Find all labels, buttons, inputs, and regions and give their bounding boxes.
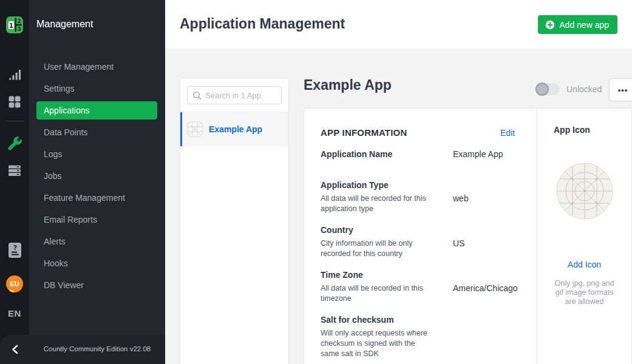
sidebar-item-label: Jobs bbox=[44, 171, 62, 181]
dashboards-grid-icon[interactable] bbox=[0, 95, 29, 109]
left-icon-rail: 1 2 3 bbox=[0, 0, 29, 364]
ellipsis-icon: ••• bbox=[618, 86, 628, 95]
app-search bbox=[187, 86, 282, 104]
user-avatar[interactable]: EU bbox=[6, 275, 23, 292]
app-detail-card: APP INFORMATION Edit Application Name Ex… bbox=[304, 108, 632, 364]
field-description: All data will be recorded in this timezo… bbox=[321, 283, 433, 304]
field-description: City information will be only recorded f… bbox=[321, 238, 433, 259]
management-sidebar: Management User Management Settings Appl… bbox=[29, 0, 165, 364]
countly-logo-icon[interactable]: 1 2 3 bbox=[6, 16, 23, 33]
field-label: Application Name bbox=[321, 149, 453, 160]
page-header: Application Management Add new app bbox=[165, 0, 632, 49]
sidebar-item-label: User Management bbox=[44, 62, 114, 72]
field-salt-for-checksum: Salt for checksum Will only accept reque… bbox=[321, 315, 515, 359]
field-label: Salt for checksum bbox=[321, 315, 453, 325]
sidebar-item-label: Alerts bbox=[44, 237, 66, 246]
field-value: web bbox=[453, 194, 469, 214]
app-detail-header: Example App Unlocked ••• bbox=[304, 76, 632, 103]
avatar-initials: EU bbox=[10, 280, 19, 288]
field-value: Example App bbox=[453, 149, 503, 160]
lock-state-label: Unlocked bbox=[566, 84, 602, 94]
data-manager-icon[interactable] bbox=[0, 164, 29, 177]
add-new-app-button[interactable]: Add new app bbox=[538, 15, 617, 34]
field-time-zone: Time Zone All data will be recorded in t… bbox=[321, 270, 515, 304]
version-label: Countly Community Edition v22.08 bbox=[29, 345, 165, 352]
svg-text:3: 3 bbox=[18, 26, 21, 32]
field-label: Country bbox=[321, 225, 453, 235]
svg-text:1: 1 bbox=[9, 22, 13, 29]
sidebar-item-applications[interactable]: Applications bbox=[36, 101, 157, 120]
rail-divider bbox=[5, 121, 24, 121]
app-detail-title: Example App bbox=[304, 77, 392, 93]
sidebar-item-hooks[interactable]: Hooks bbox=[36, 254, 157, 272]
field-label: Application Type bbox=[321, 180, 453, 190]
content-area: Example App Example App Unlocked ••• APP… bbox=[165, 49, 632, 364]
sidebar-item-label: DB Viewer bbox=[44, 280, 84, 290]
sidebar-item-email-reports[interactable]: Email Reports bbox=[36, 211, 157, 229]
toggle-knob bbox=[535, 83, 549, 96]
chevron-left-icon bbox=[10, 344, 20, 355]
main-area: Application Management Add new app bbox=[165, 0, 632, 364]
sidebar-item-alerts[interactable]: Alerts bbox=[36, 232, 157, 251]
sidebar-item-logs[interactable]: Logs bbox=[36, 145, 157, 163]
svg-text:?: ? bbox=[13, 244, 16, 252]
app-icon-section: App Icon bbox=[537, 109, 631, 364]
field-value: US bbox=[453, 238, 464, 259]
lock-toggle[interactable] bbox=[535, 83, 560, 95]
sidebar-item-data-points[interactable]: Data Points bbox=[36, 123, 157, 141]
apps-list-card: Example App bbox=[180, 78, 289, 364]
sidebar-menu: User Management Settings Applications Da… bbox=[36, 58, 157, 298]
management-wrench-icon[interactable] bbox=[0, 136, 29, 151]
help-icon[interactable]: ? bbox=[0, 242, 29, 258]
sidebar-item-label: Email Reports bbox=[44, 215, 97, 224]
collapse-sidebar-button[interactable] bbox=[8, 342, 22, 357]
app-information-section: APP INFORMATION Edit Application Name Ex… bbox=[304, 109, 537, 364]
field-application-type: Application Type All data will be record… bbox=[321, 180, 515, 214]
field-description: Will only accept requests where checksum… bbox=[321, 328, 433, 359]
section-title: APP INFORMATION bbox=[321, 127, 407, 138]
sidebar-item-label: Settings bbox=[44, 84, 75, 93]
app-list: Example App bbox=[180, 112, 288, 146]
sidebar-item-label: Feature Management bbox=[44, 193, 125, 203]
field-description: All data will be recorded for this appli… bbox=[321, 194, 433, 214]
page-title: Application Management bbox=[180, 16, 345, 32]
sidebar-footer: Countly Community Edition v22.08 bbox=[0, 335, 165, 364]
field-country: Country City information will be only re… bbox=[321, 225, 515, 259]
add-new-app-label: Add new app bbox=[559, 20, 609, 30]
edit-link[interactable]: Edit bbox=[500, 128, 515, 138]
sidebar-item-feature-management[interactable]: Feature Management bbox=[36, 189, 157, 207]
plus-circle-icon bbox=[545, 20, 555, 30]
default-app-icon bbox=[187, 121, 203, 137]
svg-text:2: 2 bbox=[18, 18, 21, 24]
analytics-icon[interactable] bbox=[0, 69, 29, 82]
sidebar-item-label: Applications bbox=[44, 106, 90, 115]
language-selector[interactable]: EN bbox=[0, 308, 29, 318]
sidebar-title: Management bbox=[36, 19, 93, 30]
sidebar-item-label: Hooks bbox=[44, 258, 68, 268]
icon-format-note: Only jpg, png and gif image formats are … bbox=[551, 279, 619, 306]
app-list-item-example-app[interactable]: Example App bbox=[180, 112, 288, 146]
search-icon bbox=[192, 91, 202, 100]
add-icon-link[interactable]: Add Icon bbox=[568, 260, 601, 269]
sidebar-item-label: Logs bbox=[44, 149, 62, 159]
sidebar-item-user-management[interactable]: User Management bbox=[36, 58, 157, 76]
sidebar-item-db-viewer[interactable]: DB Viewer bbox=[36, 276, 157, 294]
sidebar-item-jobs[interactable]: Jobs bbox=[36, 167, 157, 185]
app-list-item-label: Example App bbox=[209, 124, 262, 134]
app-icon-placeholder bbox=[556, 163, 613, 220]
more-options-button[interactable]: ••• bbox=[609, 78, 632, 101]
field-application-name: Application Name Example App bbox=[321, 149, 515, 160]
sidebar-item-settings[interactable]: Settings bbox=[36, 79, 157, 98]
app-root: 1 2 3 bbox=[0, 0, 632, 364]
field-value: America/Chicago bbox=[453, 283, 518, 304]
field-label: Time Zone bbox=[321, 270, 453, 280]
app-icon-title: App Icon bbox=[554, 125, 590, 135]
avatar-accent bbox=[7, 290, 15, 292]
sidebar-item-label: Data Points bbox=[44, 127, 87, 137]
